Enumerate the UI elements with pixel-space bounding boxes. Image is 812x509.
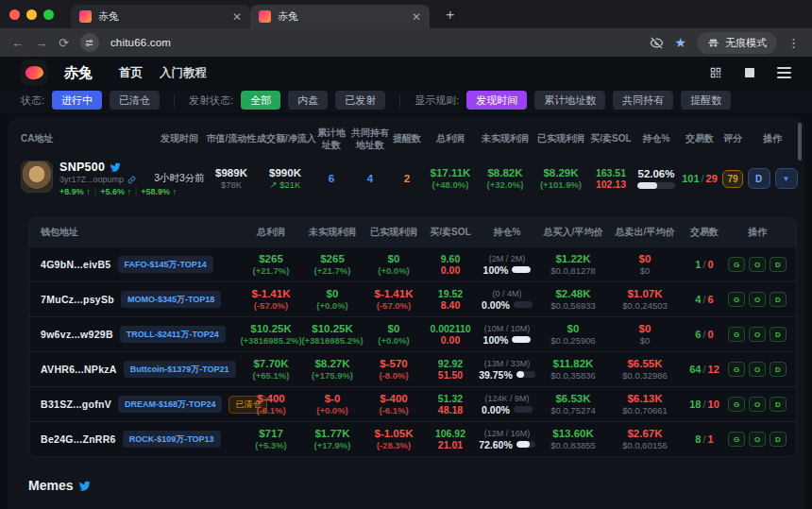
detail-button[interactable]: D — [748, 168, 770, 189]
new-tab-button[interactable]: ＋ — [443, 6, 457, 24]
wallet-address[interactable]: 7MuCz...psySb — [41, 294, 114, 305]
close-window-button[interactable] — [9, 9, 20, 20]
column-header: 发现时间 — [153, 133, 206, 145]
close-tab-icon[interactable]: ✕ — [232, 11, 242, 23]
position-percent: (10M / 10M) 100% — [477, 324, 537, 346]
column-header: 买/卖SOL — [424, 226, 477, 239]
nav-home[interactable]: 首页 — [119, 65, 143, 81]
position-bar — [516, 441, 535, 448]
table-row[interactable]: B31SZ...gofnV DREAM-$168万-TOP24 已清仓 $-40… — [29, 386, 796, 421]
filter-status-cleared[interactable]: 已清仓 — [110, 91, 160, 110]
zoom-window-button[interactable] — [43, 9, 54, 20]
table-row[interactable]: AVHR6...NPkzA Buttcoin-$1379万-TOP21 已清仓 … — [29, 351, 796, 386]
dex-button[interactable]: D — [770, 362, 787, 377]
okx-button[interactable]: O — [749, 327, 766, 342]
wallet-address[interactable]: Be24G...ZnRR6 — [41, 433, 116, 445]
unrealized-profit: $8.27K (+175.9%) — [301, 358, 364, 381]
close-tab-icon[interactable]: ✕ — [412, 11, 421, 23]
okx-button[interactable]: O — [749, 292, 766, 307]
window-controls[interactable] — [9, 9, 54, 20]
table-row[interactable]: 7MuCz...psySb MOMO-$345万-TOP18 已清仓 $-1.4… — [29, 281, 796, 316]
filter-launch-launched[interactable]: 已发射 — [335, 91, 385, 110]
bookmark-star-icon[interactable]: ★ — [674, 35, 686, 50]
menu-icon[interactable] — [777, 67, 791, 79]
filter-bar: 状态: 进行中 已清仓 发射状态: 全部 内盘 已发射 显示规则: 发现时间 累… — [0, 89, 812, 112]
token-tag-badge[interactable]: FAFO-$145万-TOP14 — [118, 256, 213, 273]
okx-button[interactable]: O — [749, 397, 766, 412]
filter-rule-common-hold[interactable]: 共同持有 — [613, 91, 673, 110]
total-buy-avg: $0 $0.0,25906 — [537, 323, 609, 346]
token-tag-badge[interactable]: MOMO-$345万-TOP18 — [121, 291, 221, 308]
filter-launch-all[interactable]: 全部 — [241, 91, 280, 110]
back-icon[interactable]: ← — [11, 37, 24, 49]
gmgn-button[interactable]: G — [728, 292, 745, 307]
url-text[interactable]: chitu66.com — [110, 37, 171, 48]
gmgn-button[interactable]: G — [728, 362, 745, 377]
minimize-window-button[interactable] — [26, 9, 37, 20]
okx-button[interactable]: O — [749, 362, 766, 377]
dex-button[interactable]: D — [770, 397, 787, 412]
filter-launch-inner[interactable]: 内盘 — [288, 91, 328, 110]
row-actions: G O D — [728, 292, 787, 307]
browser-tab-2[interactable]: 赤兔 ✕ — [250, 5, 430, 28]
browser-menu-icon[interactable]: ⋮ — [787, 36, 801, 50]
token-tag-badge[interactable]: Buttcoin-$1379万-TOP21 — [124, 361, 236, 378]
nav-tutorial[interactable]: 入门教程 — [160, 65, 207, 81]
table-row[interactable]: Be24G...ZnRR6 ROCK-$109万-TOP13 已清仓 $717 … — [29, 421, 796, 456]
site-info-icon[interactable] — [80, 33, 99, 52]
dex-button[interactable]: D — [770, 327, 787, 342]
filter-rule-discover-time[interactable]: 发现时间 — [466, 91, 527, 110]
wallet-address[interactable]: B31SZ...gofnV — [41, 399, 111, 410]
realized-profit: $-400 (-6.1%) — [364, 393, 424, 416]
launch-filter-label: 发射状态: — [189, 93, 233, 108]
stop-icon[interactable] — [745, 68, 754, 77]
gmgn-button[interactable]: G — [728, 327, 745, 342]
okx-button[interactable]: O — [749, 432, 766, 447]
wallet-address[interactable]: AVHR6...NPkzA — [41, 364, 117, 375]
total-buy-avg: $2.48K $0.0,56933 — [537, 288, 609, 311]
token-name[interactable]: SNP500 — [59, 161, 105, 174]
dex-button[interactable]: D — [770, 432, 787, 447]
collapse-button[interactable]: ▼ — [775, 168, 798, 189]
token-tag-badge[interactable]: ROCK-$109万-TOP13 — [123, 431, 221, 448]
token-tag-badge[interactable]: DREAM-$168万-TOP24 — [118, 396, 222, 413]
unrealized-profit: $265 (+21.7%) — [301, 253, 364, 276]
dex-button[interactable]: D — [770, 292, 787, 307]
position-bar — [637, 182, 675, 189]
dex-button[interactable]: D — [770, 257, 787, 272]
link-icon[interactable] — [127, 176, 136, 184]
gmgn-button[interactable]: G — [728, 432, 745, 447]
filter-status-active[interactable]: 进行中 — [52, 91, 102, 110]
forward-icon[interactable]: → — [35, 37, 47, 49]
token-tag-badge[interactable]: TROLL-$2411万-TOP24 — [120, 326, 226, 343]
row-actions: D ▼ — [746, 168, 799, 189]
app-logo[interactable] — [21, 59, 47, 86]
scrollbar[interactable] — [798, 123, 802, 161]
wallet-address[interactable]: 9w6vz...w929B — [41, 329, 113, 340]
column-header: 交易数 — [680, 133, 719, 145]
token-address[interactable]: 3yr17Z...oopump — [59, 175, 124, 184]
reload-icon[interactable]: ⟳ — [59, 37, 69, 49]
column-header: 未实现利润 — [478, 133, 533, 145]
filter-rule-total-addresses[interactable]: 累计地址数 — [534, 91, 605, 110]
tx-count: 101/29 — [680, 173, 719, 184]
browser-tab-1[interactable]: 赤兔 ✕ — [71, 5, 250, 28]
filter-rule-alerts[interactable]: 提醒数 — [681, 91, 731, 110]
gmgn-button[interactable]: G — [728, 257, 745, 272]
column-header: 总利润 — [241, 226, 301, 239]
marketcap-liquidity: $989K $78K — [206, 167, 257, 190]
token-row[interactable]: SNP500 3yr17Z...oopump +8.9% ↑| +5.6% ↑|… — [8, 157, 804, 206]
gmgn-button[interactable]: G — [728, 397, 745, 412]
browser-tab-strip: 赤兔 ✕ 赤兔 ✕ ＋ — [0, 0, 812, 28]
total-profit: $265 (+21.7%) — [241, 253, 301, 276]
table-row[interactable]: 9w6vz...w929B TROLL-$2411万-TOP24 已清仓 $10… — [29, 316, 796, 351]
filter-divider — [174, 94, 175, 107]
table-row[interactable]: 4G9bN...eivB5 FAFO-$145万-TOP14 已清仓 $265 … — [29, 246, 796, 281]
column-header: 总卖出/平均价 — [609, 226, 681, 239]
position-bar — [516, 371, 535, 378]
qr-scan-icon[interactable] — [709, 66, 722, 79]
okx-button[interactable]: O — [749, 257, 766, 272]
wallet-address[interactable]: 4G9bN...eivB5 — [41, 259, 111, 270]
twitter-icon[interactable] — [110, 161, 121, 173]
eye-off-icon[interactable] — [650, 36, 664, 50]
